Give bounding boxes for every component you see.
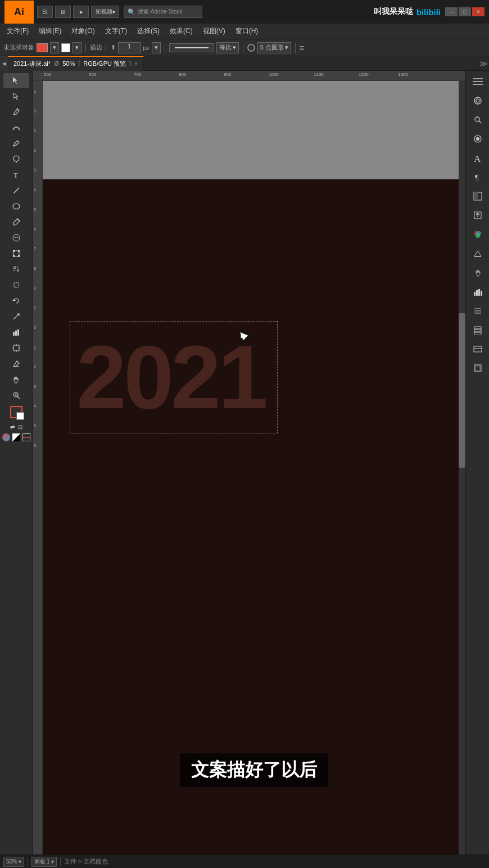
properties-btn[interactable] [469,92,487,109]
svg-point-5 [13,204,20,209]
recolor-btn[interactable] [469,226,487,243]
artboards-btn[interactable] [469,360,487,377]
links-btn[interactable] [469,341,487,358]
minimize-btn[interactable]: — [445,7,458,16]
dropdown-btn[interactable]: 矩视频 ▾ [91,6,119,18]
close-btn[interactable]: ✕ [472,7,485,16]
hamburger-menu-btn[interactable] [469,73,487,90]
select-tool[interactable] [3,73,29,88]
libraries-btn[interactable] [469,130,487,147]
tab-scroll-left[interactable]: ◀ [0,56,8,71]
direct-select-tool[interactable] [3,89,29,103]
ruler-h-label-1100: 1100 [314,72,324,77]
default-icon[interactable]: ⊡ [18,424,22,430]
fill-box[interactable] [10,406,22,418]
ruler-h-label-1000: 1000 [269,72,279,77]
magnify-dropdown[interactable]: ▾ [152,42,161,53]
swap-icon[interactable]: ⇄ [10,424,15,430]
fill-stroke-area: ⇄ ⊡ [0,406,32,441]
maximize-btn[interactable]: □ [459,7,471,16]
tab-2021[interactable]: 2021-讲课.ai* @ 50% ( RGB/GPU 预览 ) × [8,56,144,71]
stroke-style-dropdown[interactable]: 等比 ▾ [216,42,239,53]
hand-tool[interactable] [3,372,29,387]
svg-point-43 [476,137,479,141]
scale-tool[interactable] [3,309,29,324]
symbol-sprayer-tool[interactable] [3,262,29,277]
pen-tool[interactable] [3,105,29,119]
brush-dropdown[interactable]: 5 点圆形 ▾ [257,42,291,53]
canvas-content[interactable]: 2021 文案描好了以后 [43,81,465,855]
hand-panel-btn[interactable] [469,264,487,281]
pencil-tool[interactable] [3,136,29,151]
fill-swatch[interactable] [37,43,48,52]
stroke-preview[interactable] [169,43,214,52]
eyedropper-tool[interactable] [3,215,29,229]
svg-rect-22 [13,345,19,351]
blob-brush-tool[interactable] [3,152,29,166]
free-transform-tool[interactable] [3,246,29,261]
curvature-tool[interactable] [3,120,29,135]
tab-menu-btn[interactable]: ≫ [478,56,489,71]
layers-btn[interactable] [469,322,487,338]
scrollbar-vertical[interactable] [459,81,465,855]
export-btn[interactable] [469,207,487,224]
ruler-vertical: 1 0 1 2 3 4 5 6 7 8 9 1 0 1 2 3 4 5 6 [33,81,43,855]
scrollbar-thumb[interactable] [459,313,465,468]
perspective-grid-btn[interactable] [469,245,487,262]
app-logo: Ai [4,1,34,24]
menu-type[interactable]: 文字(T) [101,25,132,37]
svg-rect-60 [474,327,481,329]
menu-window[interactable]: 窗口(H) [231,25,263,37]
rv-16: 5 [34,424,36,428]
menu-edit[interactable]: 编辑(E) [34,25,66,37]
adobe-stock-search[interactable]: 🔍 搜索 Adobe Stock [124,6,202,18]
type-tool[interactable]: T [3,168,29,182]
arrow-icon-btn[interactable]: ➤ [73,6,89,18]
st-icon-btn[interactable]: St [37,6,53,18]
tab-close-btn[interactable]: × [134,61,138,67]
svg-rect-62 [474,332,481,334]
eraser-tool[interactable] [3,356,29,371]
fill-dropdown[interactable]: ▾ [50,42,59,53]
svg-rect-19 [13,332,15,336]
zoom-dropdown-arrow: ▾ [19,858,21,865]
menu-view[interactable]: 视图(V) [198,25,230,37]
ellipse-tool[interactable] [3,199,29,214]
rotate-tool[interactable] [3,293,29,308]
menu-effect[interactable]: 效果(C) [165,25,197,37]
grid-icon-btn[interactable]: ⊞ [55,6,71,18]
stroke-swatch[interactable] [61,43,70,52]
paragraph-btn[interactable]: ¶ [469,169,487,186]
line-tool[interactable] [3,183,29,198]
stroke-width-input[interactable]: 1 [118,42,141,53]
options-list-icon[interactable]: ≡ [300,43,304,52]
artboard-status[interactable]: 画板 1 ▾ [31,857,57,867]
image-trace-btn[interactable] [469,188,487,205]
align-btn[interactable] [469,302,487,319]
rv-7: 7 [34,247,36,251]
doc-top-gray [43,81,465,179]
doc-artboard[interactable]: 2021 文案描好了以后 [43,179,465,855]
menu-file[interactable]: 文件(F) [2,25,33,37]
artboard-tool[interactable] [3,341,29,355]
search-panel-btn[interactable] [469,111,487,128]
menu-select[interactable]: 选择(S) [133,25,164,37]
rv-5: 5 [34,207,36,211]
gradient-icon[interactable] [12,433,20,441]
graph-tool[interactable] [3,325,29,340]
warp-tool[interactable] [3,230,29,245]
zoom-status[interactable]: 50% ▾ [3,857,24,867]
color-mode-icon[interactable] [2,433,10,441]
crop-tool[interactable] [3,278,29,292]
px-label: px [143,44,150,51]
stroke-dropdown[interactable]: ▾ [73,42,82,53]
zoom-tool[interactable] [3,388,29,403]
type-panel-btn[interactable]: A [469,150,487,166]
svg-rect-56 [481,291,482,296]
svg-text:T: T [13,171,18,179]
tab-mode-close: ) [129,61,131,66]
chart-btn[interactable] [469,283,487,300]
menu-object[interactable]: 对象(O) [67,25,99,37]
none-icon[interactable] [22,433,30,441]
divider4 [295,43,296,53]
